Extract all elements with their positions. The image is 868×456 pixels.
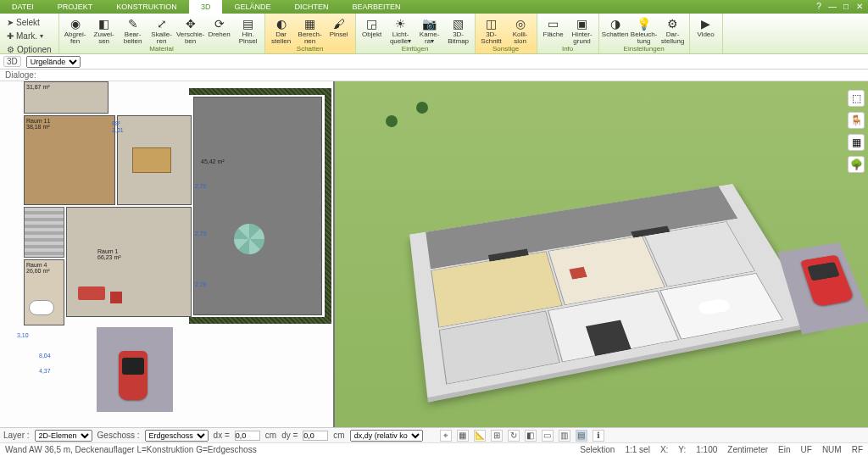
relativ-select[interactable]: dx,dy (relativ ko xyxy=(350,430,423,442)
ribbon-btn-3d-schnitt[interactable]: ◫3D- Schnitt xyxy=(477,14,506,45)
ribbon-btn-label: Skalie- ren xyxy=(151,31,171,45)
ribbon-btn-dar-stellung[interactable]: ⚙Dar- stellung xyxy=(659,14,687,45)
tool-ortho-icon[interactable]: ⊞ xyxy=(491,430,503,442)
ribbon-btn-drehen[interactable]: ⟳Drehen xyxy=(205,14,234,38)
mode-3d-chip[interactable]: 3D xyxy=(3,56,21,67)
selekt-button[interactable]: ➤Selekt xyxy=(3,16,55,29)
menu-projekt[interactable]: PROJEKT xyxy=(46,0,105,14)
group-label: Schatten xyxy=(267,45,353,53)
floorplan-2d-view[interactable]: 45,42 m² 31,87 m² Raum 11 38,18 m² Raum … xyxy=(0,81,335,427)
gear-icon: ⚙ xyxy=(7,45,14,54)
status-uf: UF xyxy=(801,445,812,454)
ribbon-btn-video[interactable]: ▶Video xyxy=(692,14,721,38)
menu-datei[interactable]: DATEI xyxy=(0,0,46,14)
tree-icon xyxy=(386,115,398,127)
dx-input[interactable] xyxy=(235,431,260,441)
ribbon-btn-label: Kolli- sion xyxy=(513,31,528,45)
dialoge-bar: Dialoge: xyxy=(0,70,868,81)
ribbon-btn-label: Drehen xyxy=(208,31,230,38)
ribbon-group-auswahl: ➤Selekt ✚Mark.▾ ⚙Optionen Auswahl xyxy=(0,14,59,53)
status-scale: 1:100 xyxy=(696,445,717,454)
ribbon-btn-3d-bitmap[interactable]: ▧3D- Bitmap xyxy=(444,14,473,45)
ribbon-btn-label: Kame- ra▾ xyxy=(420,31,440,45)
geschoss-label: Geschoss : xyxy=(97,431,140,440)
video-icon: ▶ xyxy=(698,16,714,31)
ribbon-btn-verschie-ben[interactable]: ✥Verschie- ben xyxy=(176,14,205,45)
ribbon-btn-label: Berech- nen xyxy=(298,31,322,45)
ribbon-btn-label: Fläche xyxy=(543,31,564,38)
layers-tool-icon[interactable]: ⬚ xyxy=(848,90,865,107)
ribbon-btn-abgrei-fen[interactable]: ◉Abgrei- fen xyxy=(61,14,90,45)
ribbon-btn-fläche[interactable]: ▭Fläche xyxy=(539,14,568,38)
minimize-icon[interactable]: — xyxy=(827,2,837,12)
furniture-tool-icon[interactable]: 🪑 xyxy=(848,112,865,129)
ribbon-btn-label: Dar- stellung xyxy=(661,31,685,45)
tool-info-icon[interactable]: ℹ xyxy=(593,430,604,442)
tool-measure-icon[interactable]: 📐 xyxy=(474,430,486,442)
help-icon[interactable]: ? xyxy=(814,2,824,12)
ribbon-btn-berech-nen[interactable]: ▦Berech- nen xyxy=(296,14,325,45)
view-tools-panel: ⬚ 🪑 ▦ 🌳 xyxy=(848,90,865,173)
layer-select[interactable]: 2D-Elemen xyxy=(35,430,92,442)
berech--icon: ▦ xyxy=(303,16,318,31)
close-icon[interactable]: ✕ xyxy=(854,2,865,12)
bear--icon: ✎ xyxy=(125,16,141,31)
ribbon-btn-skalie-ren[interactable]: ⤢Skalie- ren xyxy=(147,14,176,45)
plants-tool-icon[interactable]: 🌳 xyxy=(848,156,865,173)
ribbon-btn-label: Schatten xyxy=(602,31,629,38)
fp-terrasse: 45,42 m² xyxy=(193,97,322,315)
dining-table-icon xyxy=(132,147,171,173)
fp-room-top: 31,87 m² xyxy=(24,81,108,114)
ribbon-btn-kolli-sion[interactable]: ◎Kolli- sion xyxy=(506,14,535,45)
maximize-icon[interactable]: □ xyxy=(841,2,851,12)
menu-gelaende[interactable]: GELÄNDE xyxy=(222,0,282,14)
ribbon-btn-licht-quelle[interactable]: ☀Licht- quelle▾ xyxy=(387,14,415,45)
status-rf: RF xyxy=(852,445,863,454)
fp-raum-11: Raum 11 38,18 m² xyxy=(24,115,115,205)
dim-label: 88¹ xyxy=(112,120,120,126)
tool-camera-icon[interactable]: ◧ xyxy=(525,430,537,442)
menu-bearbeiten[interactable]: BEARBEITEN xyxy=(340,0,412,14)
ribbon-group-schatten: ◐Dar stellen▦Berech- nen🖌PinselSchatten xyxy=(265,14,356,53)
car-2d-icon xyxy=(119,351,147,400)
materials-tool-icon[interactable]: ▦ xyxy=(848,134,865,151)
ribbon-btn-bear-beiten[interactable]: ✎Bear- beiten xyxy=(119,14,147,45)
unit-label: cm xyxy=(265,431,276,440)
ribbon-btn-darstellen[interactable]: ◐Dar stellen xyxy=(267,14,296,45)
dim-label: 2,76 xyxy=(195,281,207,287)
ribbon-btn-beleuch-tung[interactable]: 💡Beleuch- tung xyxy=(630,14,659,45)
geschoss-select[interactable]: Erdgeschoss xyxy=(145,430,209,442)
tool-view3-icon[interactable]: ▤ xyxy=(576,430,587,442)
ribbon-btn-schatten[interactable]: ◑Schatten xyxy=(601,14,630,38)
group-label: Sonstige xyxy=(477,45,535,53)
dy-input[interactable] xyxy=(303,431,328,441)
licht--icon: ☀ xyxy=(393,16,409,31)
ribbon-btn-objekt[interactable]: ◲Objekt xyxy=(358,14,387,38)
ribbon-btn-hinter-grund[interactable]: ▣Hinter- grund xyxy=(568,14,597,45)
ribbon-btn-label: 3D- Schnitt xyxy=(481,31,501,45)
menu-dichten[interactable]: DICHTEN xyxy=(282,0,340,14)
tool-snap-icon[interactable]: ⌖ xyxy=(440,430,452,442)
fläche-icon: ▭ xyxy=(546,16,561,31)
ribbon-btn-zuwei-sen[interactable]: ◧Zuwei- sen xyxy=(90,14,119,45)
tool-view1-icon[interactable]: ▭ xyxy=(542,430,554,442)
ribbon-btn-kame-ra[interactable]: 📷Kame- ra▾ xyxy=(415,14,444,45)
ribbon-btn-hin.pinsel[interactable]: ▤Hin. Pinsel xyxy=(234,14,263,45)
mark-button[interactable]: ✚Mark.▾ xyxy=(3,30,55,42)
view-select[interactable]: Urgelände xyxy=(26,56,81,68)
tool-grid-icon[interactable]: ▦ xyxy=(457,430,469,442)
menu-3d[interactable]: 3D xyxy=(189,0,223,14)
ribbon-btn-label: Objekt xyxy=(362,31,381,38)
dim-label: 2,79 xyxy=(195,231,207,236)
render-3d-view[interactable]: ⬚ 🪑 ▦ 🌳 xyxy=(335,81,868,427)
ribbon-btn-label: Video xyxy=(697,31,714,38)
menu-konstruktion[interactable]: KONSTRUKTION xyxy=(104,0,189,14)
ribbon-btn-pinsel[interactable]: 🖌Pinsel xyxy=(325,14,353,38)
tool-view2-icon[interactable]: ▥ xyxy=(559,430,570,442)
tool-refresh-icon[interactable]: ↻ xyxy=(508,430,520,442)
pinsel-icon: 🖌 xyxy=(331,16,347,31)
kolli--icon: ◎ xyxy=(513,16,528,31)
armchair-icon xyxy=(110,292,122,303)
dim-label: 4,37 xyxy=(39,368,51,374)
fp-raum-4: Raum 4 26,60 m² xyxy=(24,259,64,325)
